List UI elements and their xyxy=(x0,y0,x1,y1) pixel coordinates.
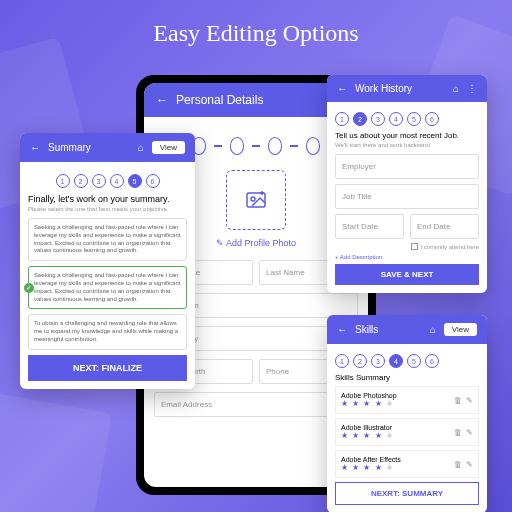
step-3[interactable]: 3 xyxy=(371,354,385,368)
back-icon[interactable]: ← xyxy=(337,83,347,94)
add-description-link[interactable]: + Add Description xyxy=(335,254,479,260)
check-icon: ✓ xyxy=(24,283,34,293)
step-1[interactable]: 1 xyxy=(335,354,349,368)
work-headline: Tell us about your most recent Job. xyxy=(335,131,479,140)
step-6[interactable]: 6 xyxy=(425,354,439,368)
edit-icon[interactable]: ✎ xyxy=(466,396,473,405)
skills-title: Skills xyxy=(355,324,378,335)
step-3[interactable]: 3 xyxy=(371,112,385,126)
step-1[interactable]: 1 xyxy=(335,112,349,126)
skill-row: Adobe After Effects ★ ★ ★ ★ ★ 🗑 ✎ xyxy=(335,450,479,478)
skill-row: Adobe Illustrator ★ ★ ★ ★ ★ 🗑 ✎ xyxy=(335,418,479,446)
summary-option-2[interactable]: ✓Seeking a challenging and fast-paced ro… xyxy=(28,266,187,309)
skills-summary-label: Skills Summary xyxy=(335,373,479,382)
summary-headline: Finally, let's work on your summary. xyxy=(28,194,187,204)
step-3[interactable] xyxy=(230,137,244,155)
step-4[interactable]: 4 xyxy=(389,354,403,368)
edit-icon[interactable]: ✎ xyxy=(466,428,473,437)
summary-option-1[interactable]: Seeking a challenging and fast-paced rol… xyxy=(28,218,187,261)
jobtitle-input[interactable]: Job Title xyxy=(335,184,479,209)
employer-input[interactable]: Employer xyxy=(335,154,479,179)
startdate-input[interactable]: Start Date xyxy=(335,214,404,239)
step-2[interactable]: 2 xyxy=(353,354,367,368)
step-5[interactable]: 5 xyxy=(407,354,421,368)
view-button[interactable]: View xyxy=(444,323,477,336)
step-4[interactable] xyxy=(268,137,282,155)
next-summary-button[interactable]: NEXRT: SUMMARY xyxy=(335,482,479,505)
enddate-input[interactable]: End Date xyxy=(410,214,479,239)
step-4[interactable]: 4 xyxy=(389,112,403,126)
skills-card: ← Skills ⌂ View 1 2 3 4 5 6 Skills Summa… xyxy=(327,315,487,512)
svg-point-1 xyxy=(251,197,255,201)
step-5[interactable]: 5 xyxy=(128,174,142,188)
delete-icon[interactable]: 🗑 xyxy=(454,396,462,405)
step-2[interactable]: 2 xyxy=(353,112,367,126)
finalize-button[interactable]: NEXT: FINALIZE xyxy=(28,355,187,381)
step-5[interactable]: 5 xyxy=(407,112,421,126)
summary-sub: Please select the one that best meets yo… xyxy=(28,206,187,212)
step-6[interactable]: 6 xyxy=(425,112,439,126)
menu-icon[interactable]: ⋮ xyxy=(467,83,477,94)
delete-icon[interactable]: 🗑 xyxy=(454,460,462,469)
work-sub: We'll start there and work backward xyxy=(335,142,479,148)
rating-stars: ★ ★ ★ ★ ★ xyxy=(341,431,450,440)
rating-stars: ★ ★ ★ ★ ★ xyxy=(341,463,450,472)
step-2[interactable]: 2 xyxy=(74,174,88,188)
step-1[interactable]: 1 xyxy=(56,174,70,188)
view-button[interactable]: View xyxy=(152,141,185,154)
home-icon[interactable]: ⌂ xyxy=(453,83,459,94)
currently-checkbox[interactable]: I currently attend here xyxy=(335,243,479,250)
work-title: Work History xyxy=(355,83,412,94)
page-title: Easy Editing Options xyxy=(0,0,512,47)
edit-icon[interactable]: ✎ xyxy=(466,460,473,469)
rating-stars: ★ ★ ★ ★ ★ xyxy=(341,399,450,408)
summary-card: ← Summary ⌂ View 1 2 3 4 5 6 Finally, le… xyxy=(20,133,195,389)
save-next-button[interactable]: SAVE & NEXT xyxy=(335,264,479,285)
upload-photo[interactable] xyxy=(226,170,286,230)
summary-option-3[interactable]: To obtain a challenging and rewarding ro… xyxy=(28,314,187,349)
step-3[interactable]: 3 xyxy=(92,174,106,188)
summary-title: Summary xyxy=(48,142,91,153)
back-icon[interactable]: ← xyxy=(156,93,168,107)
header-title: Personal Details xyxy=(176,93,263,107)
back-icon[interactable]: ← xyxy=(30,142,40,153)
step-4[interactable]: 4 xyxy=(110,174,124,188)
delete-icon[interactable]: 🗑 xyxy=(454,428,462,437)
skill-row: Adobe Photoshop ★ ★ ★ ★ ★ 🗑 ✎ xyxy=(335,386,479,414)
work-history-card: ← Work History ⌂ ⋮ 1 2 3 4 5 6 Tell us a… xyxy=(327,75,487,293)
step-6[interactable]: 6 xyxy=(146,174,160,188)
step-5[interactable] xyxy=(306,137,320,155)
home-icon[interactable]: ⌂ xyxy=(138,142,144,153)
home-icon[interactable]: ⌂ xyxy=(430,324,436,335)
pencil-icon: ✎ xyxy=(216,238,224,248)
back-icon[interactable]: ← xyxy=(337,324,347,335)
